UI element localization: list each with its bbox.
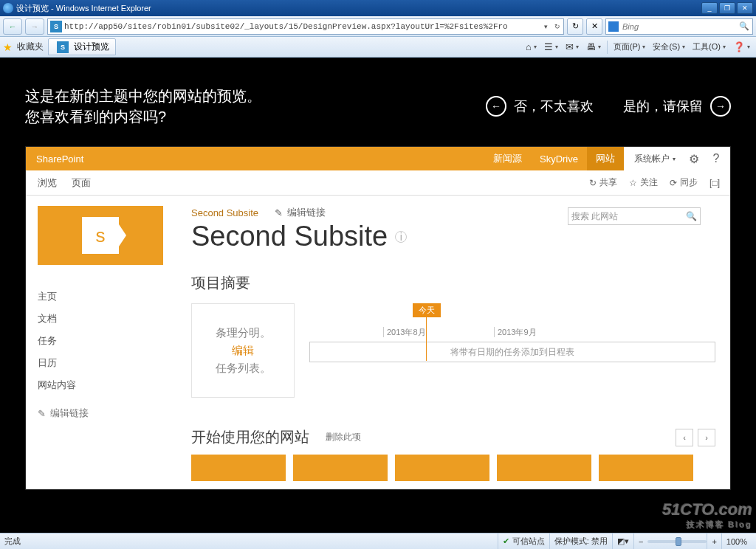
tab-icon: S — [57, 41, 69, 53]
mail-icon: ✉ — [566, 41, 574, 52]
home-icon: ⌂ — [526, 41, 532, 52]
cmd-mail[interactable]: ✉▾ — [563, 40, 582, 54]
tile-2[interactable] — [293, 455, 388, 481]
timeline-hint[interactable]: 将带有日期的任务添加到日程表 — [309, 342, 715, 362]
suite-sites[interactable]: 网站 — [587, 147, 624, 170]
cmd-home[interactable]: ⌂▾ — [523, 40, 540, 54]
banner-yes[interactable]: 是的，请保留 → — [623, 96, 731, 117]
window-title: 设计预览 - Windows Internet Explorer — [16, 3, 151, 14]
tab-page[interactable]: 页面 — [72, 176, 91, 190]
print-icon: 🖶 — [586, 41, 596, 52]
nav-back-button[interactable]: ← — [3, 18, 22, 35]
address-refresh-icon[interactable]: ↻ — [551, 23, 563, 30]
site-search[interactable]: 搜索 此网站 🔍 — [568, 207, 701, 225]
tile-4[interactable] — [497, 455, 591, 481]
browser-search-go[interactable]: 🔍 — [736, 21, 752, 31]
ie-icon — [3, 3, 13, 13]
today-marker: 今天 — [413, 303, 441, 317]
cmd-print[interactable]: 🖶▾ — [583, 40, 604, 54]
cmd-safety[interactable]: 安全(S)▾ — [650, 40, 688, 54]
ql-home[interactable]: 主页 — [38, 286, 178, 308]
feeds-icon: ☰ — [544, 41, 553, 52]
banner-no[interactable]: ← 否，不太喜欢 — [486, 96, 594, 117]
tile-1[interactable] — [191, 455, 286, 481]
browser-statusbar: 完成 ✔可信站点 保护模式: 禁用 ◩▾ − + 100% — [0, 533, 756, 549]
tiles-prev-button[interactable]: ‹ — [676, 429, 693, 446]
address-dropdown[interactable]: ▾ — [540, 23, 551, 30]
focus-icon: [□] — [709, 178, 720, 188]
pencil-icon: ✎ — [38, 408, 46, 419]
account-menu[interactable]: 系统帐户▾ — [627, 153, 683, 165]
summary-card[interactable]: 条理分明。 编辑 任务列表。 — [191, 303, 295, 398]
status-zone[interactable]: ✔可信站点 — [498, 534, 549, 549]
zoom-level[interactable]: 100% — [721, 534, 752, 549]
browser-tab[interactable]: S 设计预览 — [48, 38, 116, 55]
window-titlebar: 设计预览 - Windows Internet Explorer _ ❐ ✕ — [0, 0, 756, 16]
action-focus[interactable]: [□] — [709, 178, 720, 188]
search-icon[interactable]: 🔍 — [686, 211, 697, 221]
suite-brand[interactable]: SharePoint — [26, 153, 94, 165]
breadcrumb[interactable]: Second Subsite — [191, 207, 258, 218]
tab-browse[interactable]: 浏览 — [38, 176, 57, 190]
edit-links[interactable]: ✎编辑链接 — [275, 206, 326, 219]
nav-forward-button[interactable]: → — [25, 18, 44, 35]
preview-banner: 这是在新的主题中您的网站的预览。 您喜欢看到的内容吗? ← 否，不太喜欢 是的，… — [25, 86, 731, 127]
tiles-next-button[interactable]: › — [698, 429, 715, 446]
cmd-help[interactable]: ❓▾ — [730, 40, 753, 54]
ql-edit-links[interactable]: ✎编辑链接 — [38, 402, 178, 424]
ql-sitecontents[interactable]: 网站内容 — [38, 374, 178, 396]
zoom-out[interactable]: − — [633, 534, 647, 549]
cmd-page[interactable]: 页面(P)▾ — [611, 40, 649, 54]
summary-edit-link[interactable]: 编辑 — [232, 342, 254, 359]
zoom-in[interactable]: + — [707, 534, 721, 549]
refresh-button[interactable]: ↻ — [567, 18, 583, 35]
pencil-icon: ✎ — [275, 207, 283, 218]
page-title: Second Subsite i — [191, 221, 715, 252]
command-bar: ⌂▾ ☰▾ ✉▾ 🖶▾ 页面(P)▾ 安全(S)▾ 工具(O)▾ ❓▾ — [523, 40, 753, 54]
site-icon: S — [50, 21, 62, 32]
cmd-feeds[interactable]: ☰▾ — [541, 40, 561, 54]
status-done: 完成 — [4, 536, 21, 547]
browser-search[interactable]: 🔍 — [605, 18, 753, 35]
tile-3[interactable] — [395, 455, 489, 481]
action-share[interactable]: ↻共享 — [589, 176, 617, 189]
action-follow[interactable]: ☆关注 — [629, 176, 658, 189]
favorites-star-icon[interactable]: ★ — [3, 41, 13, 53]
remove-this[interactable]: 删除此项 — [326, 431, 361, 443]
suite-skydrive[interactable]: SkyDrive — [531, 147, 587, 170]
gear-icon[interactable]: ⚙ — [683, 152, 705, 166]
site-logo[interactable]: s — [38, 206, 163, 265]
site-search-placeholder: 搜索 此网站 — [571, 210, 618, 223]
browser-search-input[interactable] — [621, 22, 736, 31]
window-minimize-button[interactable]: _ — [701, 2, 718, 14]
address-bar[interactable]: S ▾ ↻ — [47, 18, 564, 35]
arrow-right-icon: → — [710, 96, 731, 117]
cmd-tools[interactable]: 工具(O)▾ — [690, 40, 729, 54]
left-column: s 主页 文档 任务 日历 网站内容 ✎编辑链接 — [38, 206, 178, 489]
suite-help-icon[interactable]: ? — [705, 152, 727, 165]
suite-newsfeed[interactable]: 新闻源 — [484, 147, 531, 170]
ql-tasks[interactable]: 任务 — [38, 330, 178, 352]
sharepoint-frame: SharePoint 新闻源 SkyDrive 网站 系统帐户▾ ⚙ ? 浏览 … — [25, 146, 731, 490]
arrow-left-icon: ← — [486, 96, 506, 117]
favorites-label[interactable]: 收藏夹 — [17, 41, 44, 53]
promoted-tiles — [191, 455, 715, 481]
stop-button[interactable]: ✕ — [586, 18, 602, 35]
sharepoint-s-icon: s — [82, 217, 119, 254]
ql-calendar[interactable]: 日历 — [38, 352, 178, 374]
window-close-button[interactable]: ✕ — [737, 2, 753, 14]
tile-5[interactable] — [599, 455, 693, 481]
timeline[interactable]: 今天 2013年8月 2013年9月 将带有日期的任务添加到日程表 — [309, 303, 715, 398]
status-mode[interactable]: ◩▾ — [612, 534, 633, 549]
favorites-bar: ★ 收藏夹 S 设计预览 ⌂▾ ☰▾ ✉▾ 🖶▾ 页面(P)▾ 安全(S)▾ 工… — [0, 37, 756, 58]
action-sync[interactable]: ⟳同步 — [670, 176, 698, 189]
ribbon: 浏览 页面 ↻共享 ☆关注 ⟳同步 [□] — [26, 170, 730, 196]
share-icon: ↻ — [589, 178, 597, 188]
suite-bar: SharePoint 新闻源 SkyDrive 网站 系统帐户▾ ⚙ ? — [26, 147, 730, 170]
info-icon[interactable]: i — [395, 231, 407, 243]
url-input[interactable] — [64, 22, 540, 31]
ql-documents[interactable]: 文档 — [38, 308, 178, 330]
banner-line1: 这是在新的主题中您的网站的预览。 — [25, 86, 261, 106]
zoom-slider[interactable] — [647, 540, 707, 543]
window-restore-button[interactable]: ❐ — [719, 2, 735, 14]
